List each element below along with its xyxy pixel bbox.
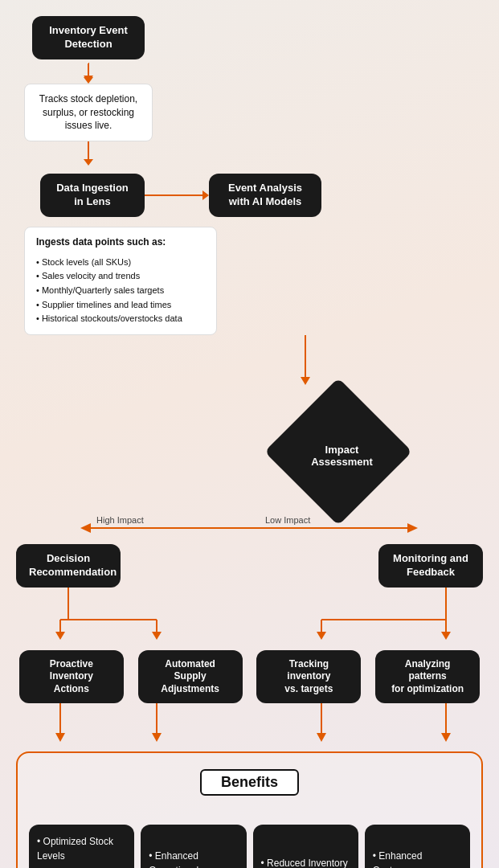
proactive-inventory-node: Proactive Inventory Actions: [19, 650, 124, 704]
ingest-item-5: • Historical stockouts/overstocks data: [36, 312, 205, 326]
svg-marker-12: [152, 632, 162, 640]
svg-marker-1: [301, 377, 310, 385]
inventory-event-node: Inventory Event Detection: [32, 16, 145, 59]
benefit-item-1a: Optimized Stock Levels: [37, 834, 126, 863]
svg-marker-20: [55, 733, 65, 742]
benefit-card-2: • Enhanced Operational Efficiency: [141, 825, 246, 868]
benefits-section: Benefits Optimized Stock Levels Improved…: [16, 751, 483, 868]
ingest-item-1: • Stock levels (all SKUs): [36, 256, 205, 270]
flowchart-diagram: Inventory Event Detection Tracks stock d…: [0, 0, 499, 868]
tracks-stock-node: Tracks stock depletion, surplus, or rest…: [24, 84, 153, 141]
ingests-title: Ingests data points such as:: [36, 235, 205, 249]
svg-marker-5: [407, 523, 418, 533]
low-impact-label: Low Impact: [265, 515, 310, 525]
connector-svg-1: [8, 335, 499, 399]
ingests-data-node: Ingests data points such as: • Stock lev…: [24, 227, 217, 335]
data-ingestion-node: Data Ingestion in Lens: [40, 174, 145, 217]
ingest-item-3: • Monthly/Quarterly sales targets: [36, 284, 205, 298]
benefit-card-1: Optimized Stock Levels Improved Sales Al…: [29, 825, 134, 868]
high-impact-label: High Impact: [96, 515, 144, 525]
connector-svg-4: [8, 703, 499, 751]
automated-supply-node: Automated Supply Adjustments: [138, 650, 243, 704]
benefit-card-3: • Reduced Inventory Costs: [253, 825, 358, 868]
svg-marker-18: [441, 632, 451, 640]
impact-assessment-section: Impact Assessment: [8, 399, 491, 512]
svg-marker-26: [441, 733, 451, 742]
svg-marker-3: [80, 523, 91, 533]
ingest-item-2: • Sales velocity and trends: [36, 269, 205, 284]
svg-marker-24: [317, 733, 326, 742]
svg-marker-22: [152, 733, 162, 742]
connector-svg-2: [8, 512, 499, 584]
benefits-title: Benefits: [200, 769, 299, 796]
tracking-inventory-node: Tracking inventory vs. targets: [256, 650, 361, 704]
svg-marker-16: [317, 632, 326, 640]
event-analysis-node: Event Analysis with AI Models: [209, 174, 321, 217]
svg-marker-10: [55, 632, 65, 640]
ingest-item-4: • Supplier timelines and lead times: [36, 298, 205, 313]
connector-svg-3: [8, 588, 499, 644]
analyzing-patterns-node: Analyzing patterns for optimization: [375, 650, 480, 704]
benefit-card-4: • Enhanced Customer Satisfaction: [365, 825, 470, 868]
